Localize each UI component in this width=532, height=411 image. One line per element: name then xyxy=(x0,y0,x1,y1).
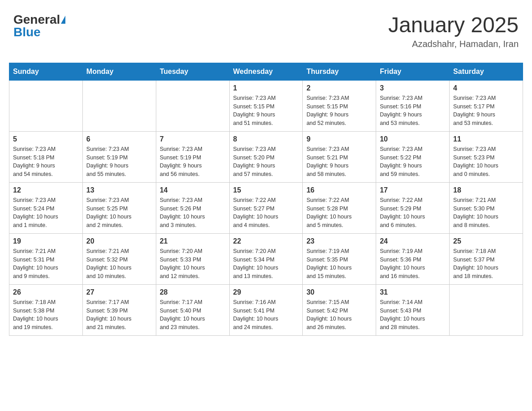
day-number: 14 xyxy=(160,186,226,194)
calendar-cell: 5Sunrise: 7:23 AM Sunset: 5:18 PM Daylig… xyxy=(9,131,83,182)
day-info: Sunrise: 7:16 AM Sunset: 5:41 PM Dayligh… xyxy=(233,298,299,332)
day-info: Sunrise: 7:23 AM Sunset: 5:15 PM Dayligh… xyxy=(233,94,299,128)
day-of-week-header: Sunday xyxy=(9,63,83,80)
calendar-cell: 4Sunrise: 7:23 AM Sunset: 5:17 PM Daylig… xyxy=(450,80,523,131)
day-info: Sunrise: 7:17 AM Sunset: 5:40 PM Dayligh… xyxy=(160,298,226,332)
day-info: Sunrise: 7:15 AM Sunset: 5:42 PM Dayligh… xyxy=(306,298,372,332)
day-info: Sunrise: 7:21 AM Sunset: 5:32 PM Dayligh… xyxy=(86,247,152,281)
day-number: 25 xyxy=(453,237,519,245)
month-title: January 2025 xyxy=(388,13,519,37)
day-info: Sunrise: 7:23 AM Sunset: 5:22 PM Dayligh… xyxy=(380,145,446,179)
day-number: 26 xyxy=(13,288,79,296)
day-number: 13 xyxy=(86,186,152,194)
logo: General Blue xyxy=(13,13,65,39)
day-number: 27 xyxy=(86,288,152,296)
day-info: Sunrise: 7:22 AM Sunset: 5:29 PM Dayligh… xyxy=(380,196,446,230)
day-number: 2 xyxy=(306,84,372,92)
day-of-week-header: Friday xyxy=(376,63,450,80)
day-number: 19 xyxy=(13,237,79,245)
day-info: Sunrise: 7:21 AM Sunset: 5:31 PM Dayligh… xyxy=(13,247,79,281)
day-info: Sunrise: 7:23 AM Sunset: 5:24 PM Dayligh… xyxy=(13,196,79,230)
calendar-cell: 23Sunrise: 7:19 AM Sunset: 5:35 PM Dayli… xyxy=(303,233,376,284)
day-info: Sunrise: 7:20 AM Sunset: 5:34 PM Dayligh… xyxy=(233,247,299,281)
day-of-week-header: Wednesday xyxy=(229,63,303,80)
day-info: Sunrise: 7:23 AM Sunset: 5:19 PM Dayligh… xyxy=(86,145,152,179)
calendar-cell: 8Sunrise: 7:23 AM Sunset: 5:20 PM Daylig… xyxy=(229,131,303,182)
day-number: 28 xyxy=(160,288,226,296)
day-number: 17 xyxy=(380,186,446,194)
day-number: 11 xyxy=(453,135,519,143)
day-info: Sunrise: 7:23 AM Sunset: 5:23 PM Dayligh… xyxy=(453,145,519,179)
calendar-cell: 9Sunrise: 7:23 AM Sunset: 5:21 PM Daylig… xyxy=(303,131,376,182)
calendar-cell: 17Sunrise: 7:22 AM Sunset: 5:29 PM Dayli… xyxy=(376,182,450,233)
calendar-cell: 18Sunrise: 7:21 AM Sunset: 5:30 PM Dayli… xyxy=(450,182,523,233)
day-info: Sunrise: 7:17 AM Sunset: 5:39 PM Dayligh… xyxy=(86,298,152,332)
calendar-cell: 30Sunrise: 7:15 AM Sunset: 5:42 PM Dayli… xyxy=(303,284,376,335)
day-number: 21 xyxy=(160,237,226,245)
day-number: 16 xyxy=(306,186,372,194)
day-of-week-header: Tuesday xyxy=(156,63,229,80)
calendar-week-row: 26Sunrise: 7:18 AM Sunset: 5:38 PM Dayli… xyxy=(9,284,523,335)
day-info: Sunrise: 7:22 AM Sunset: 5:27 PM Dayligh… xyxy=(233,196,299,230)
day-info: Sunrise: 7:23 AM Sunset: 5:17 PM Dayligh… xyxy=(453,94,519,128)
logo-general-text: General xyxy=(13,13,60,26)
day-info: Sunrise: 7:21 AM Sunset: 5:30 PM Dayligh… xyxy=(453,196,519,230)
day-info: Sunrise: 7:23 AM Sunset: 5:20 PM Dayligh… xyxy=(233,145,299,179)
calendar-cell: 15Sunrise: 7:22 AM Sunset: 5:27 PM Dayli… xyxy=(229,182,303,233)
day-number: 20 xyxy=(86,237,152,245)
day-number: 15 xyxy=(233,186,299,194)
day-of-week-header: Thursday xyxy=(303,63,376,80)
day-number: 12 xyxy=(13,186,79,194)
calendar-cell: 24Sunrise: 7:19 AM Sunset: 5:36 PM Dayli… xyxy=(376,233,450,284)
day-number: 18 xyxy=(453,186,519,194)
title-block: January 2025 Azadshahr, Hamadan, Iran xyxy=(388,13,519,49)
day-info: Sunrise: 7:19 AM Sunset: 5:35 PM Dayligh… xyxy=(306,247,372,281)
day-info: Sunrise: 7:18 AM Sunset: 5:37 PM Dayligh… xyxy=(453,247,519,281)
day-number: 8 xyxy=(233,135,299,143)
calendar-cell: 22Sunrise: 7:20 AM Sunset: 5:34 PM Dayli… xyxy=(229,233,303,284)
day-info: Sunrise: 7:18 AM Sunset: 5:38 PM Dayligh… xyxy=(13,298,79,332)
day-info: Sunrise: 7:14 AM Sunset: 5:43 PM Dayligh… xyxy=(380,298,446,332)
day-number: 10 xyxy=(380,135,446,143)
day-info: Sunrise: 7:19 AM Sunset: 5:36 PM Dayligh… xyxy=(380,247,446,281)
day-info: Sunrise: 7:23 AM Sunset: 5:21 PM Dayligh… xyxy=(306,145,372,179)
day-info: Sunrise: 7:23 AM Sunset: 5:19 PM Dayligh… xyxy=(160,145,226,179)
calendar-cell: 16Sunrise: 7:22 AM Sunset: 5:28 PM Dayli… xyxy=(303,182,376,233)
day-number: 4 xyxy=(453,84,519,92)
calendar-cell: 1Sunrise: 7:23 AM Sunset: 5:15 PM Daylig… xyxy=(229,80,303,131)
day-info: Sunrise: 7:23 AM Sunset: 5:26 PM Dayligh… xyxy=(160,196,226,230)
day-number: 3 xyxy=(380,84,446,92)
calendar-week-row: 5Sunrise: 7:23 AM Sunset: 5:18 PM Daylig… xyxy=(9,131,523,182)
calendar-cell: 28Sunrise: 7:17 AM Sunset: 5:40 PM Dayli… xyxy=(156,284,229,335)
calendar-cell xyxy=(156,80,229,131)
calendar-cell: 12Sunrise: 7:23 AM Sunset: 5:24 PM Dayli… xyxy=(9,182,83,233)
calendar-week-row: 12Sunrise: 7:23 AM Sunset: 5:24 PM Dayli… xyxy=(9,182,523,233)
calendar-cell: 19Sunrise: 7:21 AM Sunset: 5:31 PM Dayli… xyxy=(9,233,83,284)
calendar-cell: 11Sunrise: 7:23 AM Sunset: 5:23 PM Dayli… xyxy=(450,131,523,182)
calendar-cell: 29Sunrise: 7:16 AM Sunset: 5:41 PM Dayli… xyxy=(229,284,303,335)
day-number: 22 xyxy=(233,237,299,245)
calendar-cell: 3Sunrise: 7:23 AM Sunset: 5:16 PM Daylig… xyxy=(376,80,450,131)
day-info: Sunrise: 7:22 AM Sunset: 5:28 PM Dayligh… xyxy=(306,196,372,230)
calendar-cell: 14Sunrise: 7:23 AM Sunset: 5:26 PM Dayli… xyxy=(156,182,229,233)
calendar-cell: 13Sunrise: 7:23 AM Sunset: 5:25 PM Dayli… xyxy=(82,182,156,233)
calendar-cell: 6Sunrise: 7:23 AM Sunset: 5:19 PM Daylig… xyxy=(82,131,156,182)
logo-blue-text: Blue xyxy=(13,26,41,39)
day-of-week-header: Saturday xyxy=(450,63,523,80)
page-header: General Blue January 2025 Azadshahr, Ham… xyxy=(9,9,523,54)
calendar-cell: 7Sunrise: 7:23 AM Sunset: 5:19 PM Daylig… xyxy=(156,131,229,182)
day-info: Sunrise: 7:23 AM Sunset: 5:25 PM Dayligh… xyxy=(86,196,152,230)
logo-triangle-icon xyxy=(61,16,65,24)
day-info: Sunrise: 7:23 AM Sunset: 5:15 PM Dayligh… xyxy=(306,94,372,128)
calendar-header-row: SundayMondayTuesdayWednesdayThursdayFrid… xyxy=(9,63,523,80)
day-number: 5 xyxy=(13,135,79,143)
calendar-cell: 10Sunrise: 7:23 AM Sunset: 5:22 PM Dayli… xyxy=(376,131,450,182)
day-number: 31 xyxy=(380,288,446,296)
calendar-week-row: 19Sunrise: 7:21 AM Sunset: 5:31 PM Dayli… xyxy=(9,233,523,284)
day-of-week-header: Monday xyxy=(82,63,156,80)
calendar-cell: 21Sunrise: 7:20 AM Sunset: 5:33 PM Dayli… xyxy=(156,233,229,284)
day-number: 7 xyxy=(160,135,226,143)
day-info: Sunrise: 7:23 AM Sunset: 5:18 PM Dayligh… xyxy=(13,145,79,179)
location-text: Azadshahr, Hamadan, Iran xyxy=(388,39,519,49)
day-number: 24 xyxy=(380,237,446,245)
